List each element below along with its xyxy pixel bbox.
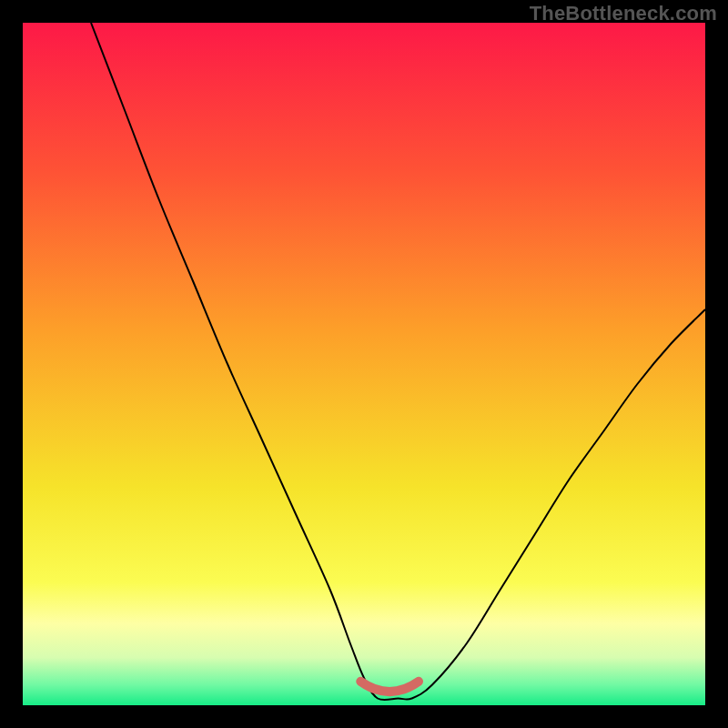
watermark-text: TheBottleneck.com (530, 2, 717, 25)
gradient-background (23, 23, 705, 705)
chart-frame: TheBottleneck.com (0, 0, 728, 728)
chart-plot-area (23, 23, 705, 705)
chart-svg (23, 23, 705, 705)
